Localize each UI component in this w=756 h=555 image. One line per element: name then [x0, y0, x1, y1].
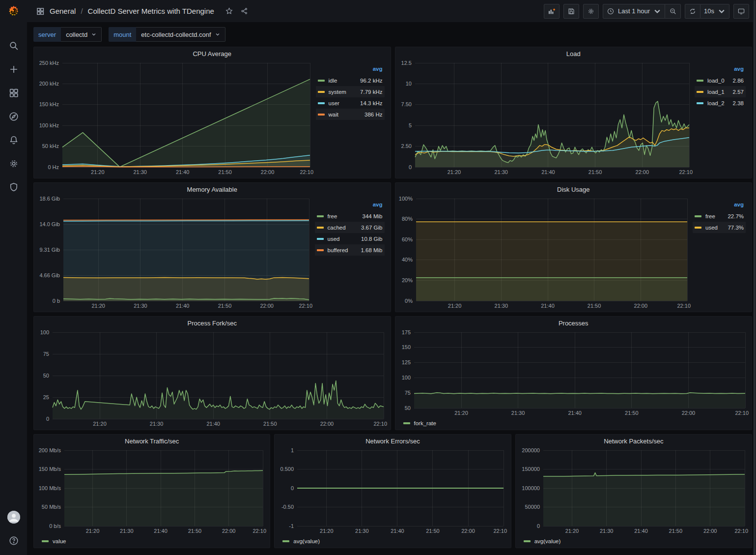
svg-text:50: 50	[43, 373, 49, 379]
load-chart[interactable]: 02.5057.501012.521:2021:3021:4021:5022:0…	[397, 59, 693, 177]
search-icon[interactable]	[8, 40, 19, 51]
svg-text:21:20: 21:20	[447, 169, 461, 175]
memory-available-chart[interactable]: 0 b4.66 Gib9.31 Gib14.0 Gib18.6 Gib21:20…	[36, 195, 313, 311]
svg-text:9.31 Gib: 9.31 Gib	[39, 247, 60, 253]
user-avatar[interactable]	[7, 511, 20, 524]
svg-text:20%: 20%	[401, 277, 412, 283]
svg-text:-1: -1	[289, 523, 294, 529]
legend-series-item[interactable]: buffered 1.68 Mib	[315, 244, 385, 256]
legend-series-item[interactable]: value	[42, 538, 66, 544]
svg-text:1: 1	[291, 447, 294, 453]
svg-text:21:50: 21:50	[587, 303, 601, 309]
svg-text:21:30: 21:30	[494, 169, 508, 175]
series-color-swatch	[403, 422, 410, 424]
panel-title[interactable]: Memory Available	[34, 183, 391, 195]
svg-text:21:20: 21:20	[454, 410, 468, 416]
panel-cpu-average: CPU Average 0 Hz50 kHz100 kHz150 kHz200 …	[33, 47, 391, 178]
breadcrumb-folder[interactable]: General	[50, 7, 76, 15]
scrollbar-track[interactable]	[753, 0, 756, 555]
legend-series-item[interactable]: used 77.3%	[693, 222, 746, 233]
alerting-bell-icon[interactable]	[8, 135, 19, 146]
grafana-logo[interactable]	[0, 0, 27, 23]
legend-series-item[interactable]: user 14.3 kHz	[316, 97, 385, 109]
legend-series-item[interactable]: free 22.7%	[693, 210, 746, 222]
sidebar	[0, 0, 27, 555]
server-admin-shield-icon[interactable]	[8, 182, 19, 193]
series-avg-value: 386 Hz	[364, 112, 382, 117]
chart-svg: 0 b/s50 Mb/s100 Mb/s150 Mb/s200 Mb/s21:2…	[36, 446, 267, 536]
series-name: value	[53, 538, 66, 544]
legend-series-item[interactable]: load_2 2.38	[695, 97, 746, 109]
svg-text:100: 100	[40, 329, 49, 335]
processes-chart[interactable]: 507510012515017521:2021:3021:4021:5022:0…	[397, 328, 749, 418]
zoom-out-time-button[interactable]	[665, 4, 681, 19]
svg-text:21:20: 21:20	[565, 528, 579, 534]
variable-server-value[interactable]: collectd	[61, 27, 102, 42]
panel-title[interactable]: Disk Usage	[395, 183, 752, 195]
network-errors-chart[interactable]: -1-0.5000.500121:2021:3021:4021:5022:002…	[277, 446, 507, 536]
legend-series-item[interactable]: avg(value)	[282, 538, 320, 544]
clock-icon	[607, 7, 615, 15]
share-icon[interactable]	[240, 7, 249, 15]
network-packets-chart[interactable]: 05000010000015000020000021:2021:3021:402…	[518, 446, 749, 536]
refresh-interval-select[interactable]: 10s	[700, 4, 729, 19]
svg-text:21:40: 21:40	[634, 528, 648, 534]
refresh-button[interactable]	[685, 4, 700, 19]
panel-title[interactable]: Network Errors/sec	[275, 435, 510, 446]
time-range-picker[interactable]: Last 1 hour	[603, 4, 665, 19]
legend-series-item[interactable]: load_1 2.57	[695, 86, 746, 97]
kiosk-mode-button[interactable]	[733, 4, 749, 19]
svg-text:21:20: 21:20	[320, 528, 334, 534]
svg-text:0: 0	[291, 485, 294, 491]
process-fork-chart[interactable]: 025507510021:2021:3021:4021:5022:0022:10	[36, 328, 388, 429]
panel-title[interactable]: CPU Average	[34, 47, 391, 59]
legend-series-item[interactable]: wait 386 Hz	[316, 109, 385, 120]
cpu-average-chart[interactable]: 0 Hz50 kHz100 kHz150 kHz200 kHz250 kHz21…	[36, 59, 314, 177]
dashboards-icon[interactable]	[8, 88, 19, 98]
scrollbar-thumb[interactable]	[754, 0, 756, 555]
help-icon[interactable]	[8, 535, 19, 546]
disk-usage-chart[interactable]: 0%20%40%60%80%100%21:2021:3021:4021:5022…	[397, 195, 691, 311]
main-area: General / CollectD Server Metrics with T…	[27, 0, 756, 555]
panel-title[interactable]: Network Traffic/sec	[34, 435, 270, 446]
svg-text:21:50: 21:50	[669, 528, 682, 534]
network-traffic-chart[interactable]: 0 b/s50 Mb/s100 Mb/s150 Mb/s200 Mb/s21:2…	[36, 446, 267, 536]
processes-legend: fork_rate	[397, 418, 749, 429]
legend-series-item[interactable]: avg(value)	[524, 538, 561, 544]
network-packets-legend: avg(value)	[518, 536, 749, 547]
panel-title[interactable]: Process Fork/sec	[34, 317, 391, 328]
legend-series-item[interactable]: idle 96.2 kHz	[316, 75, 385, 86]
panel-disk-usage: Disk Usage 0%20%40%60%80%100%21:2021:302…	[395, 182, 753, 312]
variable-mount-value[interactable]: etc-collectd-collectd.conf	[136, 27, 225, 42]
legend-series-item[interactable]: fork_rate	[403, 420, 436, 426]
configuration-gear-icon[interactable]	[8, 158, 19, 169]
svg-text:0 b/s: 0 b/s	[49, 523, 61, 529]
svg-text:22:10: 22:10	[299, 303, 312, 309]
legend-series-item[interactable]: load_0 2.86	[695, 75, 746, 86]
save-dashboard-button[interactable]	[563, 4, 579, 19]
legend-series-item[interactable]: cached 3.67 Gib	[315, 222, 385, 233]
svg-text:21:30: 21:30	[494, 303, 508, 309]
legend-series-item[interactable]: free 344 Mib	[315, 210, 385, 222]
svg-text:50000: 50000	[525, 504, 540, 510]
create-plus-icon[interactable]	[8, 64, 19, 75]
svg-text:150: 150	[401, 344, 410, 350]
svg-text:21:40: 21:40	[568, 410, 582, 416]
legend-series-item[interactable]: system 7.79 kHz	[316, 86, 385, 97]
svg-text:10: 10	[405, 81, 411, 87]
legend-series-item[interactable]: used 10.8 Gib	[315, 233, 385, 244]
series-color-swatch	[695, 227, 701, 229]
dashboard-settings-button[interactable]	[583, 4, 599, 19]
panel-title[interactable]: Network Packets/sec	[516, 435, 752, 446]
panel-title[interactable]: Processes	[395, 317, 752, 328]
refresh-interval-label: 10s	[704, 7, 714, 15]
series-avg-value: 10.8 Gib	[361, 236, 382, 242]
explore-compass-icon[interactable]	[8, 111, 19, 122]
svg-text:4.66 Gib: 4.66 Gib	[39, 272, 60, 278]
star-icon[interactable]	[225, 7, 233, 15]
time-range-label: Last 1 hour	[618, 7, 650, 15]
add-panel-button[interactable]	[544, 4, 560, 19]
svg-text:22:00: 22:00	[703, 528, 717, 534]
panel-title[interactable]: Load	[395, 47, 752, 59]
dashboard-title[interactable]: CollectD Server Metrics with TDengine	[88, 7, 214, 15]
